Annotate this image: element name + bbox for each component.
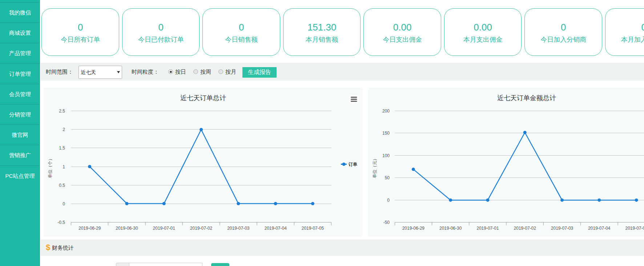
svg-text:0: 0 bbox=[63, 201, 65, 206]
svg-text:单位（个）: 单位（个） bbox=[48, 156, 53, 178]
svg-text:2019-06-29: 2019-06-29 bbox=[79, 226, 101, 231]
svg-text:2019-06-30: 2019-06-30 bbox=[439, 226, 462, 231]
svg-text:0: 0 bbox=[387, 198, 390, 203]
svg-text:2019-07-02: 2019-07-02 bbox=[514, 226, 536, 231]
svg-text:200: 200 bbox=[382, 109, 390, 114]
svg-text:订单: 订单 bbox=[348, 162, 357, 167]
svg-text:2019-07-02: 2019-07-02 bbox=[190, 226, 213, 231]
svg-text:2019-07-01: 2019-07-01 bbox=[476, 226, 499, 231]
svg-text:100: 100 bbox=[382, 153, 390, 158]
svg-text:-0.5: -0.5 bbox=[57, 220, 65, 225]
svg-text:-50: -50 bbox=[383, 220, 390, 225]
svg-text:单位（元）: 单位（元） bbox=[372, 156, 377, 178]
svg-text:2: 2 bbox=[63, 127, 65, 132]
svg-text:2.5: 2.5 bbox=[59, 109, 65, 114]
svg-text:0.5: 0.5 bbox=[59, 183, 65, 188]
svg-text:2019-07-03: 2019-07-03 bbox=[227, 226, 250, 231]
svg-text:2019-06-30: 2019-06-30 bbox=[116, 226, 138, 231]
svg-text:1.5: 1.5 bbox=[59, 146, 65, 151]
svg-text:近七天订单金额总计: 近七天订单金额总计 bbox=[497, 94, 556, 102]
svg-text:150: 150 bbox=[382, 131, 390, 136]
svg-text:2019-06-29: 2019-06-29 bbox=[402, 226, 424, 231]
svg-text:近七天订单总计: 近七天订单总计 bbox=[180, 94, 226, 102]
svg-text:2019-07-03: 2019-07-03 bbox=[551, 226, 573, 231]
svg-text:2019-07-05: 2019-07-05 bbox=[301, 226, 324, 231]
svg-text:1: 1 bbox=[63, 164, 65, 169]
svg-text:2019-07-04: 2019-07-04 bbox=[264, 226, 287, 231]
svg-text:2019-07-01: 2019-07-01 bbox=[153, 226, 175, 231]
svg-text:2019-07-05: 2019-07-05 bbox=[625, 226, 644, 231]
svg-text:2019-07-04: 2019-07-04 bbox=[588, 226, 611, 231]
svg-text:50: 50 bbox=[385, 175, 390, 180]
